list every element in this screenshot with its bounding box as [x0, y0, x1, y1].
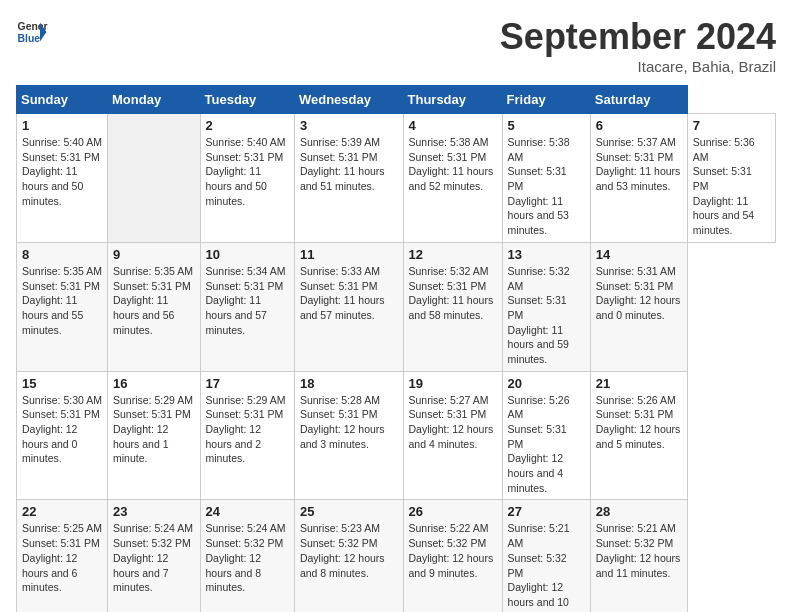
table-row: 26 Sunrise: 5:22 AM Sunset: 5:32 PM Dayl… [403, 500, 502, 612]
table-row: 18 Sunrise: 5:28 AM Sunset: 5:31 PM Dayl… [294, 371, 403, 500]
logo: General Blue [16, 16, 48, 48]
logo-icon: General Blue [16, 16, 48, 48]
table-row: 10 Sunrise: 5:34 AM Sunset: 5:31 PM Dayl… [200, 242, 294, 371]
table-row: 16 Sunrise: 5:29 AM Sunset: 5:31 PM Dayl… [108, 371, 201, 500]
table-row: 17 Sunrise: 5:29 AM Sunset: 5:31 PM Dayl… [200, 371, 294, 500]
col-thursday: Thursday [403, 86, 502, 114]
title-area: September 2024 Itacare, Bahia, Brazil [500, 16, 776, 75]
col-tuesday: Tuesday [200, 86, 294, 114]
week-row: 15 Sunrise: 5:30 AM Sunset: 5:31 PM Dayl… [17, 371, 776, 500]
table-row: 27 Sunrise: 5:21 AM Sunset: 5:32 PM Dayl… [502, 500, 590, 612]
table-row: 9 Sunrise: 5:35 AM Sunset: 5:31 PM Dayli… [108, 242, 201, 371]
table-row: 23 Sunrise: 5:24 AM Sunset: 5:32 PM Dayl… [108, 500, 201, 612]
subtitle: Itacare, Bahia, Brazil [500, 58, 776, 75]
table-row: 19 Sunrise: 5:27 AM Sunset: 5:31 PM Dayl… [403, 371, 502, 500]
week-row: 8 Sunrise: 5:35 AM Sunset: 5:31 PM Dayli… [17, 242, 776, 371]
table-row: 15 Sunrise: 5:30 AM Sunset: 5:31 PM Dayl… [17, 371, 108, 500]
table-row: 25 Sunrise: 5:23 AM Sunset: 5:32 PM Dayl… [294, 500, 403, 612]
empty-cell [108, 114, 201, 243]
table-row: 5 Sunrise: 5:38 AM Sunset: 5:31 PM Dayli… [502, 114, 590, 243]
table-row: 8 Sunrise: 5:35 AM Sunset: 5:31 PM Dayli… [17, 242, 108, 371]
table-row: 20 Sunrise: 5:26 AM Sunset: 5:31 PM Dayl… [502, 371, 590, 500]
table-row: 1 Sunrise: 5:40 AM Sunset: 5:31 PM Dayli… [17, 114, 108, 243]
col-wednesday: Wednesday [294, 86, 403, 114]
col-saturday: Saturday [590, 86, 687, 114]
table-row: 13 Sunrise: 5:32 AM Sunset: 5:31 PM Dayl… [502, 242, 590, 371]
col-monday: Monday [108, 86, 201, 114]
table-row: 28 Sunrise: 5:21 AM Sunset: 5:32 PM Dayl… [590, 500, 687, 612]
table-row: 3 Sunrise: 5:39 AM Sunset: 5:31 PM Dayli… [294, 114, 403, 243]
table-row: 14 Sunrise: 5:31 AM Sunset: 5:31 PM Dayl… [590, 242, 687, 371]
table-row: 12 Sunrise: 5:32 AM Sunset: 5:31 PM Dayl… [403, 242, 502, 371]
col-friday: Friday [502, 86, 590, 114]
month-title: September 2024 [500, 16, 776, 58]
table-row: 21 Sunrise: 5:26 AM Sunset: 5:31 PM Dayl… [590, 371, 687, 500]
table-row: 4 Sunrise: 5:38 AM Sunset: 5:31 PM Dayli… [403, 114, 502, 243]
week-row: 1 Sunrise: 5:40 AM Sunset: 5:31 PM Dayli… [17, 114, 776, 243]
table-row: 11 Sunrise: 5:33 AM Sunset: 5:31 PM Dayl… [294, 242, 403, 371]
header: General Blue September 2024 Itacare, Bah… [16, 16, 776, 75]
table-row: 2 Sunrise: 5:40 AM Sunset: 5:31 PM Dayli… [200, 114, 294, 243]
table-row: 6 Sunrise: 5:37 AM Sunset: 5:31 PM Dayli… [590, 114, 687, 243]
table-row: 7 Sunrise: 5:36 AM Sunset: 5:31 PM Dayli… [687, 114, 775, 243]
header-row: Sunday Monday Tuesday Wednesday Thursday… [17, 86, 776, 114]
table-row: 22 Sunrise: 5:25 AM Sunset: 5:31 PM Dayl… [17, 500, 108, 612]
week-row: 22 Sunrise: 5:25 AM Sunset: 5:31 PM Dayl… [17, 500, 776, 612]
table-row: 24 Sunrise: 5:24 AM Sunset: 5:32 PM Dayl… [200, 500, 294, 612]
col-sunday: Sunday [17, 86, 108, 114]
calendar-table: Sunday Monday Tuesday Wednesday Thursday… [16, 85, 776, 612]
svg-text:Blue: Blue [18, 33, 41, 44]
